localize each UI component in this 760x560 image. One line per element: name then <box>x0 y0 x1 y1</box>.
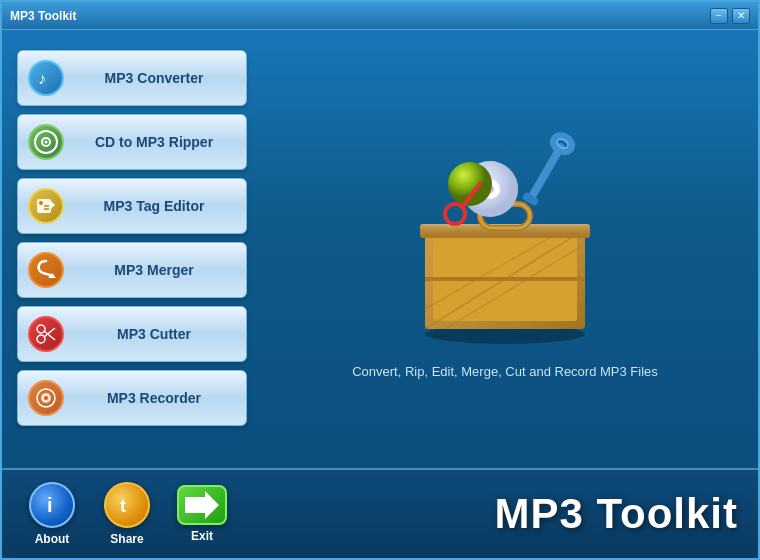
bottom-bar: i About t Share Exit <box>2 468 758 558</box>
tag-editor-label: MP3 Tag Editor <box>72 198 236 214</box>
minimize-button[interactable]: − <box>710 8 728 24</box>
converter-label: MP3 Converter <box>72 70 236 86</box>
title-bar: MP3 Toolkit − ✕ <box>2 2 758 30</box>
toolbox-image <box>395 129 615 349</box>
recorder-label: MP3 Recorder <box>72 390 236 406</box>
exit-label: Exit <box>191 529 213 543</box>
close-button[interactable]: ✕ <box>732 8 750 24</box>
svg-text:i: i <box>47 494 53 516</box>
svg-marker-42 <box>185 491 219 519</box>
merger-icon <box>28 252 64 288</box>
right-panel: Convert, Rip, Edit, Merge, Cut and Recor… <box>267 50 743 458</box>
about-action[interactable]: i About <box>22 482 82 546</box>
svg-point-5 <box>39 201 43 205</box>
window-controls: − ✕ <box>710 8 750 24</box>
converter-icon: ♪ <box>28 60 64 96</box>
main-content: ♪ MP3 Converter CD to MP3 Ripper <box>2 30 758 468</box>
tool-buttons-panel: ♪ MP3 Converter CD to MP3 Ripper <box>17 50 247 458</box>
cd-icon <box>28 124 64 160</box>
cutter-label: MP3 Cutter <box>72 326 236 342</box>
merger-button[interactable]: MP3 Merger <box>17 242 247 298</box>
tag-editor-button[interactable]: MP3 Tag Editor <box>17 178 247 234</box>
cd-ripper-button[interactable]: CD to MP3 Ripper <box>17 114 247 170</box>
svg-text:♪: ♪ <box>38 70 46 87</box>
window-title: MP3 Toolkit <box>10 9 76 23</box>
cd-ripper-label: CD to MP3 Ripper <box>72 134 236 150</box>
svg-marker-8 <box>51 201 55 209</box>
app-title-text: MP3 Toolkit <box>232 490 738 538</box>
exit-icon <box>177 485 227 525</box>
svg-text:t: t <box>120 496 126 516</box>
subtitle-text: Convert, Rip, Edit, Merge, Cut and Recor… <box>352 364 658 379</box>
tag-icon <box>28 188 64 224</box>
share-action[interactable]: t Share <box>97 482 157 546</box>
recorder-icon <box>28 380 64 416</box>
recorder-button[interactable]: MP3 Recorder <box>17 370 247 426</box>
svg-point-16 <box>44 396 48 400</box>
merger-label: MP3 Merger <box>72 262 236 278</box>
cutter-icon <box>28 316 64 352</box>
main-window: MP3 Toolkit − ✕ ♪ MP3 Converter <box>0 0 760 560</box>
cutter-button[interactable]: MP3 Cutter <box>17 306 247 362</box>
svg-rect-24 <box>425 277 585 281</box>
share-label: Share <box>110 532 143 546</box>
exit-action[interactable]: Exit <box>172 485 232 543</box>
share-icon: t <box>104 482 150 528</box>
about-icon: i <box>29 482 75 528</box>
svg-point-3 <box>45 141 48 144</box>
bottom-actions: i About t Share Exit <box>22 482 232 546</box>
mp3-converter-button[interactable]: ♪ MP3 Converter <box>17 50 247 106</box>
about-label: About <box>35 532 70 546</box>
